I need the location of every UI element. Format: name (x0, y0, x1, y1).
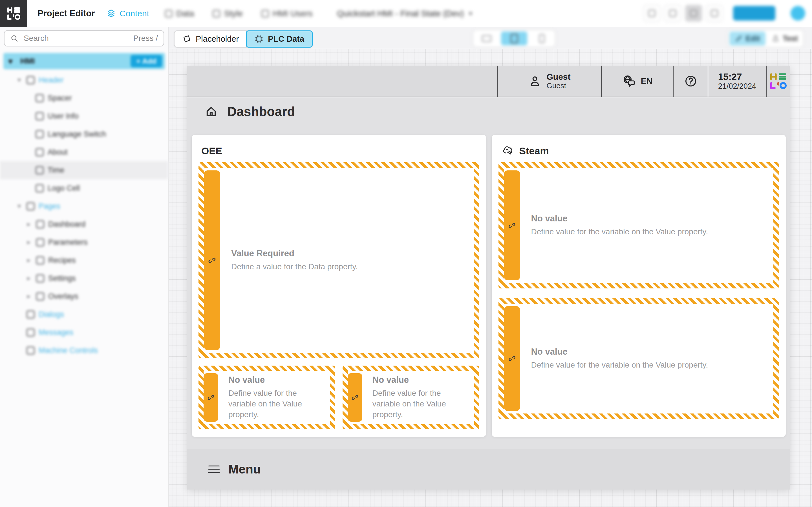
sidebar-item-overlays[interactable]: ▸ Overlays (0, 287, 168, 305)
tab-content[interactable]: Content (106, 0, 149, 27)
sidebar-item-settings[interactable]: ▸ Settings (0, 269, 168, 287)
oee-sub-widget-placeholder-2[interactable]: No value Define value for the variable o… (343, 365, 479, 429)
hmi-header-bar: Guest Guest EN (187, 66, 790, 97)
tablet-preview-button[interactable] (501, 32, 527, 45)
chevron-right-icon[interactable]: ▸ (26, 238, 32, 246)
page-icon (36, 220, 44, 228)
tab-style[interactable]: Style (213, 9, 243, 18)
sidebar-item-about[interactable]: About (0, 143, 168, 161)
steam-widget-placeholder-2[interactable]: No value Define value for the variable o… (499, 298, 779, 419)
warning-pill (504, 306, 520, 411)
hmi-logo-cell (766, 66, 790, 97)
sidebar-item-label: Dialogs (39, 310, 64, 319)
sidebar-item-machine-controls[interactable]: Machine Controls (0, 341, 168, 359)
sidebar-item-language-switch[interactable]: Language Switch (0, 125, 168, 143)
hamburger-menu-icon[interactable] (208, 464, 220, 474)
panel-toggle-button[interactable] (685, 5, 702, 22)
oee-main-widget-placeholder[interactable]: Value Required Define a value for the Da… (199, 162, 479, 358)
chevron-right-icon[interactable]: ▸ (26, 257, 32, 264)
test-mode-button[interactable]: Test (767, 30, 803, 47)
hmi-header-spacer (187, 66, 497, 97)
placeholder-description: Define value for the variable on the Val… (531, 226, 708, 237)
hmi-user-info-cell[interactable]: Guest Guest (497, 66, 601, 97)
sidebar-item-user-info[interactable]: User Info (0, 107, 168, 125)
view-mode-tabs: Placeholder PLC Data (174, 31, 313, 48)
edit-mode-button[interactable]: Edit (729, 32, 765, 46)
sidebar-item-label: Header (39, 76, 64, 84)
chevron-down-icon[interactable]: ▾ (8, 57, 12, 66)
desktop-preview-button[interactable] (473, 30, 500, 47)
chevron-right-icon[interactable]: ▸ (26, 293, 32, 300)
sidebar-item-label: Recipes (48, 256, 76, 265)
sidebar-item-pages[interactable]: ▾ Pages (0, 197, 168, 215)
history-button[interactable] (644, 5, 660, 22)
sidebar-item-label: Overlays (48, 292, 79, 301)
validate-button[interactable] (664, 5, 681, 22)
sidebar-item-logo-cell[interactable]: Logo Cell (0, 179, 168, 197)
sidebar-item-recipes[interactable]: ▸ Recipes (0, 251, 168, 269)
sidebar-item-messages[interactable]: Messages (0, 323, 168, 341)
phone-preview-button[interactable] (529, 30, 555, 47)
hmi-widget-cards: OEE (192, 135, 786, 437)
tab-plc-data-label: PLC Data (268, 34, 304, 44)
messages-icon (27, 328, 35, 337)
chevron-down-icon[interactable]: ▾ (16, 76, 22, 83)
placeholder-description: Define value for the variable on the Val… (372, 388, 469, 420)
sidebar-search[interactable]: Press / (4, 30, 164, 47)
sidebar-item-spacer[interactable]: Spacer (0, 89, 168, 107)
chevron-right-icon[interactable]: ▸ (26, 221, 32, 228)
hmi-time: 15:27 (718, 71, 742, 82)
placeholder-description: Define value for the variable on the Val… (229, 388, 324, 420)
steam-widget-placeholder-1[interactable]: No value Define value for the variable o… (499, 162, 779, 288)
hmi-menu-bar[interactable]: Menu (187, 449, 790, 490)
hmi-menu-label: Menu (229, 462, 261, 476)
run-project-button[interactable] (733, 6, 775, 20)
hmi-user-name: Guest (546, 72, 570, 82)
time-icon (36, 166, 44, 174)
editor-canvas: Placeholder PLC Data (169, 27, 812, 507)
add-node-button[interactable]: + Add (131, 55, 162, 67)
sidebar-item-parameters[interactable]: ▸ Parameters (0, 233, 168, 251)
steam-icon (501, 145, 514, 157)
broken-link-icon (207, 255, 217, 266)
oee-sub-widget-placeholder-1[interactable]: No value Define value for the variable o… (199, 365, 335, 429)
oee-sub-widgets-row: No value Define value for the variable o… (199, 365, 479, 429)
tab-placeholder[interactable]: Placeholder (174, 31, 246, 47)
more-options-button[interactable] (706, 5, 723, 22)
chevron-right-icon[interactable]: ▸ (26, 275, 32, 282)
device-preview-toggle (473, 30, 555, 47)
user-avatar[interactable] (791, 6, 805, 20)
hmi-datetime-cell[interactable]: 15:27 21/02/2024 (708, 66, 766, 97)
sidebar-item-label: Settings (48, 274, 76, 283)
chevron-down-icon[interactable]: ▾ (16, 203, 22, 210)
placeholder-description: Define a value for the Data property. (231, 262, 358, 272)
page-icon (36, 238, 44, 246)
layers-icon (106, 9, 116, 18)
hmi-page-title: Dashboard (227, 104, 295, 119)
sidebar-item-dashboard[interactable]: ▸ Dashboard (0, 215, 168, 233)
page-icon (36, 256, 44, 265)
tab-plc-data[interactable]: PLC Data (246, 31, 313, 48)
sidebar-item-label: About (48, 148, 68, 157)
sidebar-item-label: Dashboard (48, 220, 86, 229)
warning-pill (204, 170, 220, 350)
steam-card-title: Steam (519, 145, 549, 157)
project-name-dropdown[interactable]: Quickstart HMI - Final State (Dev) ▾ (337, 0, 472, 27)
tab-hmi-users[interactable]: HMI Users (261, 9, 313, 18)
helio-logo-icon[interactable] (0, 0, 28, 27)
hmi-help-cell[interactable] (673, 66, 708, 97)
freeform-shape-icon (182, 34, 192, 44)
sidebar-item-label: Machine Controls (39, 346, 98, 355)
hmi-language-cell[interactable]: EN (601, 66, 673, 97)
help-icon (684, 74, 698, 88)
top-bar-tabs-group: Data Style HMI Users (165, 0, 313, 27)
style-icon (213, 10, 220, 17)
tab-data[interactable]: Data (165, 9, 194, 18)
sidebar-item-time[interactable]: Time (0, 161, 168, 179)
warning-pill (204, 373, 218, 421)
sidebar-item-hmi[interactable]: ▾ HMI + Add (3, 53, 165, 69)
search-icon (10, 34, 18, 43)
sidebar-item-header[interactable]: ▾ Header (0, 71, 168, 89)
sidebar-item-dialogs[interactable]: Dialogs (0, 305, 168, 323)
search-input[interactable] (23, 34, 129, 43)
